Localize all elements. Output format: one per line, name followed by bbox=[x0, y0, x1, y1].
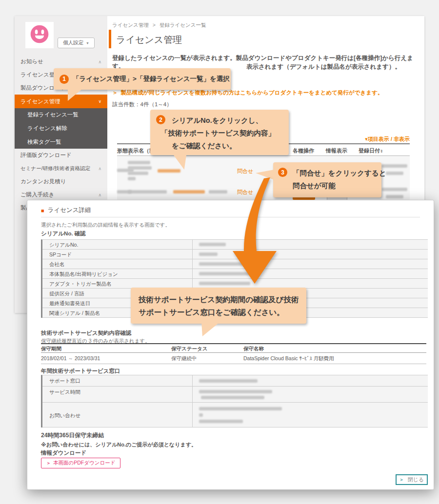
redacted-value bbox=[199, 390, 272, 393]
sidebar-item-label: ご購入手続き bbox=[20, 191, 55, 198]
intro-text-line2: 表示されます（デフォルトは製品名が表示されます）。 bbox=[246, 63, 401, 71]
column-toggle-link[interactable]: ▾項目表示 / 非表示 bbox=[365, 136, 410, 143]
info-row-label: 本体製品名/出荷時リビジョン bbox=[49, 271, 118, 278]
col-header-period: 保守期間 bbox=[41, 346, 61, 352]
redacted-value bbox=[382, 188, 407, 191]
redacted-value bbox=[386, 172, 403, 175]
sidebar-item-label: お知らせ bbox=[20, 58, 43, 65]
sidebar-item-seminar[interactable]: セミナー/研修/技術者資格認定 ∧ bbox=[15, 162, 107, 175]
sidebar-item-news[interactable]: お知らせ ∧ bbox=[15, 55, 107, 68]
sidebar-item-label: セミナー/研修/技術者資格認定 bbox=[20, 165, 90, 172]
callout-step2-line2: 「技術サポートサービス契約内容」 bbox=[161, 127, 289, 139]
callout-middle: 技術サポートサービス契約期間の確認及び技術 サポートサービス窓口をご確認ください… bbox=[131, 288, 306, 324]
chevron-up-icon: ∧ bbox=[98, 59, 101, 64]
sidebar-item-estimate[interactable]: カンタンお見積り bbox=[15, 175, 107, 188]
breadcrumb-parent[interactable]: ライセンス管理 bbox=[112, 22, 149, 28]
callout-step3-line1: 「問合せ」をクリックすると bbox=[293, 167, 381, 179]
maintenance-row: 2018/02/01 ～ 2023/03/31 保守継続中 DataSpider… bbox=[41, 353, 426, 364]
col-header-info: 情報表示 bbox=[326, 147, 347, 155]
col-header-operations: 各種操作 bbox=[293, 147, 314, 155]
pdf-download-label: 本画面のPDFダウンロード bbox=[53, 460, 115, 466]
support-row-label: サービス時間 bbox=[49, 389, 80, 396]
detail-window-title: ■ ライセンス詳細 bbox=[41, 206, 91, 214]
support-note-title: 24時間365日保守未締結 bbox=[41, 431, 104, 440]
callout-step1: 1 「ライセンス管理」>「登録ライセンス一覧」を選択 bbox=[54, 68, 231, 90]
col-header-date[interactable]: 登録日付⇕ bbox=[359, 147, 383, 155]
sidebar-item-trial-download[interactable]: 評価版ダウンロード bbox=[15, 149, 107, 162]
chevron-up-icon: ∧ bbox=[98, 193, 101, 197]
callout-step3-line2: 問合せが可能 bbox=[293, 179, 381, 192]
close-button[interactable]: ＞ 閉じる bbox=[396, 474, 428, 485]
info-row-label: アダプタ・トリガー製品名 bbox=[49, 281, 112, 288]
support-row-label: お問い合わせ bbox=[49, 412, 80, 419]
redacted-value bbox=[199, 252, 218, 256]
chevron-down-icon: ∨ bbox=[98, 99, 101, 104]
sort-icon: ⇕ bbox=[380, 149, 383, 154]
square-bullet-icon: ■ bbox=[41, 208, 44, 213]
callout-step2-line1: シリアルNo.をクリックし、 bbox=[172, 114, 289, 127]
sidebar-item-label: カンタンお見積り bbox=[20, 178, 66, 185]
sidebar-item-purchase[interactable]: ご購入手続き ∧ bbox=[15, 188, 107, 201]
col-header-type: 形態 bbox=[117, 147, 128, 155]
maintenance-table: 保守期間 保守ステータス 保守名称 2018/02/01 ～ 2023/03/3… bbox=[41, 343, 426, 364]
chevron-up-icon: ∧ bbox=[98, 166, 101, 171]
submenu-item-license-release[interactable]: ライセンス解除 bbox=[15, 122, 107, 135]
bulk-productkey-link-label: 製品構成が同じライセンスを複数お持ちの方はこちらからプロダクトキーをまとめて発行… bbox=[121, 90, 383, 96]
redacted-value bbox=[382, 164, 407, 168]
serial-link[interactable] bbox=[173, 190, 205, 194]
download-section-title: 情報ダウンロード bbox=[41, 449, 86, 457]
step-number-badge: 2 bbox=[156, 115, 165, 124]
arrow-right-icon: ＞ bbox=[399, 477, 404, 483]
submenu-item-search-tags[interactable]: 検索タグ一覧 bbox=[15, 136, 107, 149]
pdf-download-button[interactable]: ＞ 本画面のPDFダウンロード bbox=[41, 458, 120, 468]
callout-middle-line1: 技術サポートサービス契約期間の確認及び技術 bbox=[139, 293, 306, 306]
info-row-label: 提供区分 / 言語 bbox=[49, 291, 84, 297]
info-row-label: 会社名 bbox=[49, 261, 65, 268]
redacted-value bbox=[128, 177, 136, 180]
page: 個人設定 ▼ お知らせ ∧ ライセンス登録 製品ダウンロード ライセンス管理 ∨… bbox=[0, 0, 439, 504]
support-note-text: ※お問い合わせには、シリアルNo.のご提示が必須となります。 bbox=[41, 441, 197, 448]
info-row-label: シリアルNo. bbox=[49, 242, 78, 249]
title-accent-bar bbox=[109, 30, 111, 48]
maintenance-name: DataSpider Cloud Basic ｻｰﾋﾞｽ 月額費用 bbox=[243, 355, 334, 362]
personal-settings-button[interactable]: 個人設定 ▼ bbox=[58, 38, 95, 48]
serial-link[interactable] bbox=[158, 169, 180, 173]
breadcrumb-separator: > bbox=[153, 22, 156, 28]
sidebar-submenu: 登録ライセンス一覧 ライセンス解除 検索タグ一覧 bbox=[15, 108, 107, 149]
detail-description: 選択されたご利用製品の詳細情報を表示する画面です。 bbox=[41, 222, 170, 229]
redacted-value bbox=[199, 420, 243, 423]
sort-icon[interactable]: ⇕ bbox=[128, 152, 131, 156]
col-header-status: 保守ステータス bbox=[171, 346, 207, 352]
callout-step1-text: 「ライセンス管理」>「登録ライセンス一覧」を選択 bbox=[73, 75, 230, 83]
maintenance-status: 保守継続中 bbox=[171, 355, 197, 362]
logo bbox=[25, 22, 54, 48]
support-row: サービス時間 bbox=[42, 387, 428, 403]
big-arrow-annotation bbox=[220, 175, 298, 290]
maintenance-table-header: 保守期間 保守ステータス 保守名称 bbox=[41, 343, 426, 353]
callout-step1-pointer bbox=[65, 89, 82, 101]
support-row-label: サポート窓口 bbox=[49, 378, 80, 385]
inquiry-link[interactable]: 問合せ bbox=[237, 168, 253, 175]
sidebar-item-label: ライセンス管理 bbox=[20, 98, 60, 105]
close-button-label: 閉じる bbox=[408, 476, 424, 484]
caret-down-icon: ▼ bbox=[86, 41, 89, 45]
info-row-label: SPコード bbox=[49, 252, 72, 258]
redacted-value bbox=[199, 379, 258, 383]
submenu-item-label: 検索タグ一覧 bbox=[27, 138, 61, 146]
redacted-value bbox=[128, 166, 152, 170]
col-header-name: 保守名称 bbox=[243, 346, 264, 352]
callout-step2: 2 シリアルNo.をクリックし、 「技術サポートサービス契約内容」 をご確認くだ… bbox=[150, 110, 289, 155]
redacted-value bbox=[128, 190, 167, 194]
col-header-date-label: 登録日付 bbox=[359, 148, 380, 154]
submenu-item-label: ライセンス解除 bbox=[27, 125, 67, 132]
redacted-value bbox=[386, 195, 403, 198]
bulk-productkey-link[interactable]: ＞製品構成が同じライセンスを複数お持ちの方はこちらからプロダクトキーをまとめて発… bbox=[112, 89, 383, 97]
sidebar-item-license-management[interactable]: ライセンス管理 ∨ bbox=[15, 95, 107, 108]
callout-step2-line3: をご確認ください。 bbox=[172, 139, 289, 152]
smiley-logo-icon bbox=[29, 23, 50, 47]
serial-section-title: シリアルNo. 確認 bbox=[41, 230, 86, 237]
info-row-label: 最終通知書発送日 bbox=[49, 300, 90, 307]
submenu-item-registered-licenses[interactable]: 登録ライセンス一覧 bbox=[15, 108, 107, 121]
arrow-right-icon: ＞ bbox=[46, 460, 51, 466]
callout-middle-line2: サポートサービス窓口をご確認ください。 bbox=[139, 306, 306, 319]
